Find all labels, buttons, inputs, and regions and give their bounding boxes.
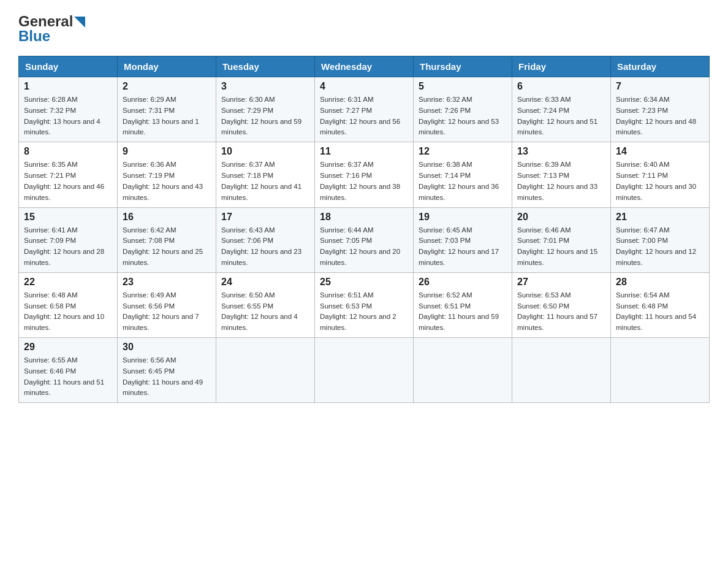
day-number: 5 <box>419 81 507 92</box>
day-number: 21 <box>616 212 704 223</box>
day-info: Sunrise: 6:49 AM Sunset: 6:56 PM Dayligh… <box>123 290 211 334</box>
day-number: 17 <box>221 212 309 223</box>
day-number: 10 <box>221 146 309 157</box>
day-info: Sunrise: 6:48 AM Sunset: 6:58 PM Dayligh… <box>24 290 112 334</box>
calendar-cell: 8 Sunrise: 6:35 AM Sunset: 7:21 PM Dayli… <box>19 142 118 207</box>
calendar-cell: 2 Sunrise: 6:29 AM Sunset: 7:31 PM Dayli… <box>118 77 216 142</box>
calendar-cell: 5 Sunrise: 6:32 AM Sunset: 7:26 PM Dayli… <box>414 77 512 142</box>
page-header: General Blue <box>18 12 710 45</box>
day-number: 29 <box>24 342 112 353</box>
calendar-cell: 22 Sunrise: 6:48 AM Sunset: 6:58 PM Dayl… <box>19 272 118 337</box>
day-number: 4 <box>320 81 408 92</box>
day-number: 7 <box>616 81 704 92</box>
day-number: 30 <box>123 342 211 353</box>
day-info: Sunrise: 6:33 AM Sunset: 7:24 PM Dayligh… <box>517 94 605 138</box>
day-number: 16 <box>123 212 211 223</box>
day-number: 20 <box>517 212 605 223</box>
day-number: 28 <box>616 277 704 288</box>
calendar-table: SundayMondayTuesdayWednesdayThursdayFrid… <box>18 56 710 403</box>
calendar-cell <box>414 338 512 403</box>
calendar-week-row: 22 Sunrise: 6:48 AM Sunset: 6:58 PM Dayl… <box>19 272 710 337</box>
day-number: 3 <box>221 81 309 92</box>
day-info: Sunrise: 6:42 AM Sunset: 7:08 PM Dayligh… <box>123 225 211 269</box>
calendar-cell: 27 Sunrise: 6:53 AM Sunset: 6:50 PM Dayl… <box>512 272 611 337</box>
logo-triangle-icon <box>74 14 88 28</box>
calendar-cell <box>611 338 710 403</box>
calendar-cell: 6 Sunrise: 6:33 AM Sunset: 7:24 PM Dayli… <box>512 77 611 142</box>
day-info: Sunrise: 6:38 AM Sunset: 7:14 PM Dayligh… <box>419 159 507 203</box>
day-number: 8 <box>24 146 112 157</box>
day-info: Sunrise: 6:44 AM Sunset: 7:05 PM Dayligh… <box>320 225 408 269</box>
day-number: 12 <box>419 146 507 157</box>
day-number: 15 <box>24 212 112 223</box>
calendar-cell: 12 Sunrise: 6:38 AM Sunset: 7:14 PM Dayl… <box>414 142 512 207</box>
calendar-cell: 15 Sunrise: 6:41 AM Sunset: 7:09 PM Dayl… <box>19 207 118 272</box>
day-info: Sunrise: 6:43 AM Sunset: 7:06 PM Dayligh… <box>221 225 309 269</box>
day-number: 27 <box>517 277 605 288</box>
calendar-cell: 7 Sunrise: 6:34 AM Sunset: 7:23 PM Dayli… <box>611 77 710 142</box>
day-info: Sunrise: 6:45 AM Sunset: 7:03 PM Dayligh… <box>419 225 507 269</box>
calendar-cell <box>512 338 611 403</box>
calendar-cell: 17 Sunrise: 6:43 AM Sunset: 7:06 PM Dayl… <box>216 207 315 272</box>
day-info: Sunrise: 6:35 AM Sunset: 7:21 PM Dayligh… <box>24 159 112 203</box>
day-info: Sunrise: 6:51 AM Sunset: 6:53 PM Dayligh… <box>320 290 408 334</box>
day-info: Sunrise: 6:28 AM Sunset: 7:32 PM Dayligh… <box>24 94 112 138</box>
day-number: 19 <box>419 212 507 223</box>
day-info: Sunrise: 6:53 AM Sunset: 6:50 PM Dayligh… <box>517 290 605 334</box>
calendar-cell: 24 Sunrise: 6:50 AM Sunset: 6:55 PM Dayl… <box>216 272 315 337</box>
day-info: Sunrise: 6:37 AM Sunset: 7:18 PM Dayligh… <box>221 159 309 203</box>
day-info: Sunrise: 6:50 AM Sunset: 6:55 PM Dayligh… <box>221 290 309 334</box>
calendar-cell: 9 Sunrise: 6:36 AM Sunset: 7:19 PM Dayli… <box>118 142 216 207</box>
calendar-header-sunday: Sunday <box>19 56 118 77</box>
calendar-week-row: 15 Sunrise: 6:41 AM Sunset: 7:09 PM Dayl… <box>19 207 710 272</box>
day-info: Sunrise: 6:31 AM Sunset: 7:27 PM Dayligh… <box>320 94 408 138</box>
calendar-week-row: 8 Sunrise: 6:35 AM Sunset: 7:21 PM Dayli… <box>19 142 710 207</box>
calendar-cell: 23 Sunrise: 6:49 AM Sunset: 6:56 PM Dayl… <box>118 272 216 337</box>
day-number: 18 <box>320 212 408 223</box>
day-number: 22 <box>24 277 112 288</box>
calendar-cell: 11 Sunrise: 6:37 AM Sunset: 7:16 PM Dayl… <box>315 142 414 207</box>
day-info: Sunrise: 6:41 AM Sunset: 7:09 PM Dayligh… <box>24 225 112 269</box>
svg-marker-0 <box>74 17 85 28</box>
calendar-cell: 18 Sunrise: 6:44 AM Sunset: 7:05 PM Dayl… <box>315 207 414 272</box>
calendar-cell: 3 Sunrise: 6:30 AM Sunset: 7:29 PM Dayli… <box>216 77 315 142</box>
logo-text-blue: Blue <box>18 28 50 45</box>
day-info: Sunrise: 6:37 AM Sunset: 7:16 PM Dayligh… <box>320 159 408 203</box>
day-info: Sunrise: 6:40 AM Sunset: 7:11 PM Dayligh… <box>616 159 704 203</box>
calendar-week-row: 1 Sunrise: 6:28 AM Sunset: 7:32 PM Dayli… <box>19 77 710 142</box>
calendar-cell: 30 Sunrise: 6:56 AM Sunset: 6:45 PM Dayl… <box>118 338 216 403</box>
calendar-header-tuesday: Tuesday <box>216 56 315 77</box>
calendar-cell: 16 Sunrise: 6:42 AM Sunset: 7:08 PM Dayl… <box>118 207 216 272</box>
calendar-cell <box>216 338 315 403</box>
calendar-cell: 25 Sunrise: 6:51 AM Sunset: 6:53 PM Dayl… <box>315 272 414 337</box>
day-info: Sunrise: 6:47 AM Sunset: 7:00 PM Dayligh… <box>616 225 704 269</box>
logo: General Blue <box>18 12 88 45</box>
day-number: 6 <box>517 81 605 92</box>
calendar-header-row: SundayMondayTuesdayWednesdayThursdayFrid… <box>19 56 710 77</box>
day-info: Sunrise: 6:54 AM Sunset: 6:48 PM Dayligh… <box>616 290 704 334</box>
calendar-week-row: 29 Sunrise: 6:55 AM Sunset: 6:46 PM Dayl… <box>19 338 710 403</box>
day-number: 1 <box>24 81 112 92</box>
calendar-cell: 21 Sunrise: 6:47 AM Sunset: 7:00 PM Dayl… <box>611 207 710 272</box>
day-number: 23 <box>123 277 211 288</box>
calendar-header-wednesday: Wednesday <box>315 56 414 77</box>
day-info: Sunrise: 6:46 AM Sunset: 7:01 PM Dayligh… <box>517 225 605 269</box>
day-info: Sunrise: 6:36 AM Sunset: 7:19 PM Dayligh… <box>123 159 211 203</box>
day-info: Sunrise: 6:34 AM Sunset: 7:23 PM Dayligh… <box>616 94 704 138</box>
day-info: Sunrise: 6:56 AM Sunset: 6:45 PM Dayligh… <box>123 355 211 399</box>
calendar-cell: 29 Sunrise: 6:55 AM Sunset: 6:46 PM Dayl… <box>19 338 118 403</box>
calendar-cell: 10 Sunrise: 6:37 AM Sunset: 7:18 PM Dayl… <box>216 142 315 207</box>
calendar-header-thursday: Thursday <box>414 56 512 77</box>
calendar-cell: 20 Sunrise: 6:46 AM Sunset: 7:01 PM Dayl… <box>512 207 611 272</box>
day-number: 25 <box>320 277 408 288</box>
day-number: 2 <box>123 81 211 92</box>
day-info: Sunrise: 6:55 AM Sunset: 6:46 PM Dayligh… <box>24 355 112 399</box>
calendar-cell: 4 Sunrise: 6:31 AM Sunset: 7:27 PM Dayli… <box>315 77 414 142</box>
calendar-cell: 19 Sunrise: 6:45 AM Sunset: 7:03 PM Dayl… <box>414 207 512 272</box>
day-info: Sunrise: 6:29 AM Sunset: 7:31 PM Dayligh… <box>123 94 211 138</box>
calendar-cell: 26 Sunrise: 6:52 AM Sunset: 6:51 PM Dayl… <box>414 272 512 337</box>
calendar-header-friday: Friday <box>512 56 611 77</box>
calendar-cell: 28 Sunrise: 6:54 AM Sunset: 6:48 PM Dayl… <box>611 272 710 337</box>
day-number: 11 <box>320 146 408 157</box>
day-number: 9 <box>123 146 211 157</box>
